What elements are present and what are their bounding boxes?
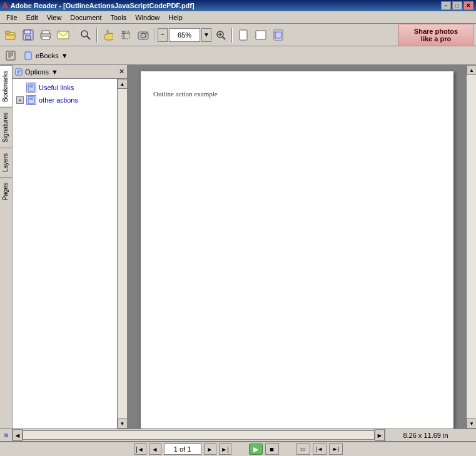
svg-rect-7 [42, 31, 49, 34]
snapshot-button[interactable] [135, 27, 151, 43]
page-number-input[interactable] [164, 443, 201, 455]
window-title: Adobe Reader - [OutlineActionsJavaScript… [11, 2, 195, 9]
scroll-track[interactable] [467, 75, 476, 418]
panel-resize-handle[interactable] [0, 429, 13, 441]
svg-rect-5 [26, 36, 31, 39]
play-button[interactable]: ▶ [249, 443, 263, 455]
svg-rect-12 [122, 31, 129, 39]
panel-close-button[interactable]: ✕ [119, 68, 124, 76]
print-button[interactable] [38, 27, 54, 43]
ebook-dropdown-button[interactable]: eBooks ▼ [20, 49, 73, 62]
separator-4 [231, 28, 233, 43]
bookmark-other-actions-label: other actions [39, 96, 78, 104]
view-single-button[interactable]: ▭ [296, 443, 310, 455]
title-bar-controls: − □ ✕ [441, 1, 473, 10]
menu-help[interactable]: Help [165, 13, 186, 23]
close-button[interactable]: ✕ [463, 1, 473, 10]
share-photos-banner[interactable]: Share photos like a pro [398, 24, 473, 46]
svg-point-17 [146, 33, 147, 34]
svg-rect-0 [5, 33, 15, 39]
svg-rect-8 [42, 36, 49, 39]
last-page-button[interactable]: ►| [219, 443, 231, 455]
resize-icon [4, 433, 9, 438]
h-scroll-left-button[interactable]: ◄ [13, 429, 23, 441]
h-scroll-track[interactable] [23, 430, 375, 440]
expand-icon[interactable]: + [16, 96, 24, 104]
tab-pages[interactable]: Pages [0, 177, 12, 205]
nav-next-page-button[interactable]: ►| [329, 443, 343, 455]
zoom-input[interactable]: 65% [169, 28, 200, 42]
stop-button[interactable]: ■ [265, 443, 279, 455]
svg-rect-38 [28, 96, 34, 104]
menu-window[interactable]: Window [131, 13, 163, 23]
bookmark-useful-links-label: Useful links [39, 84, 74, 91]
menu-view[interactable]: View [43, 13, 66, 23]
pdf-content-text: Outline action example [153, 90, 218, 98]
toolbar-secondary: eBooks ▼ [0, 46, 476, 65]
status-bar: |◄ ◄ ► ►| ▶ ■ ▭ |◄ ►| [0, 441, 476, 456]
pdf-page: Outline action example [141, 71, 453, 428]
panel-header: Options ▼ ✕ [13, 65, 127, 79]
menu-tools[interactable]: Tools [107, 13, 131, 23]
minimize-button[interactable]: − [441, 1, 451, 10]
svg-rect-25 [275, 32, 281, 38]
open-button[interactable] [3, 27, 19, 43]
bookmark-other-actions-icon [26, 95, 36, 105]
main-area: Bookmarks Signatures Layers Pages Option… [0, 65, 476, 428]
page-size-label: 8.26 x 11.69 in [385, 429, 466, 441]
menu-edit[interactable]: Edit [23, 13, 42, 23]
svg-rect-41 [4, 433, 8, 437]
tab-bookmarks[interactable]: Bookmarks [0, 65, 12, 107]
h-scroll-right-button[interactable]: ► [375, 429, 385, 441]
pdf-scroll-area[interactable]: Outline action example [128, 65, 466, 428]
svg-line-21 [223, 37, 225, 39]
select-tool-button[interactable] [118, 27, 134, 43]
fit-page-button[interactable] [235, 27, 251, 43]
share-photos-line1: Share photos [414, 28, 458, 35]
search-button[interactable] [78, 27, 94, 43]
panel-dropdown-icon[interactable]: ▼ [51, 68, 58, 76]
prev-page-button[interactable]: ◄ [149, 443, 161, 455]
panel-scrollbar: ▲ ▼ [117, 79, 127, 428]
svg-rect-1 [5, 31, 10, 33]
svg-line-11 [87, 36, 90, 39]
tab-signatures[interactable]: Signatures [0, 107, 12, 148]
nav-prev-page-button[interactable]: |◄ [313, 443, 327, 455]
zoom-in-button[interactable]: ▼ [201, 28, 211, 42]
menu-file[interactable]: File [3, 13, 21, 23]
pdf-view-area: ▲ ▼ Outline action example [128, 65, 476, 428]
panel-scroll-down-button[interactable]: ▼ [118, 418, 128, 428]
panel-items-list: Useful links + other actions [13, 79, 117, 428]
zoom-out-button[interactable]: − [158, 28, 168, 42]
svg-rect-30 [25, 52, 31, 59]
vertical-scrollbar[interactable]: ▲ ▼ [466, 65, 476, 428]
bookmark-useful-links-icon [26, 83, 36, 93]
menu-document[interactable]: Document [66, 13, 105, 23]
hand-tool-button[interactable] [100, 27, 116, 43]
scroll-up-button[interactable]: ▲ [467, 65, 476, 75]
first-page-button[interactable]: |◄ [134, 443, 146, 455]
title-bar-left: A Adobe Reader - [OutlineActionsJavaScri… [3, 1, 195, 10]
bookmark-other-actions[interactable]: + other actions [15, 94, 114, 106]
email-button[interactable] [55, 27, 71, 43]
maximize-button[interactable]: □ [452, 1, 462, 10]
panel-scroll-track[interactable] [118, 89, 127, 418]
svg-rect-4 [24, 30, 31, 34]
fit-width-button[interactable] [253, 27, 269, 43]
next-page-button[interactable]: ► [204, 443, 216, 455]
scroll-down-button[interactable]: ▼ [467, 418, 476, 428]
bottom-scrollbar: ◄ ► 8.26 x 11.69 in [0, 428, 476, 441]
fit-visible-button[interactable] [270, 27, 286, 43]
bookmarks-panel: Options ▼ ✕ Useful links + [13, 65, 128, 428]
panel-scroll-up-button[interactable]: ▲ [118, 79, 128, 89]
ebook-chevron-icon: ▼ [61, 52, 68, 59]
tab-layers[interactable]: Layers [0, 148, 12, 177]
svg-point-10 [81, 31, 88, 37]
bookmark-useful-links[interactable]: Useful links [15, 81, 114, 94]
zoom-plus-button[interactable] [213, 27, 229, 43]
separator-2 [96, 28, 98, 43]
save-button[interactable] [20, 27, 36, 43]
panel-icon [15, 68, 23, 76]
svg-rect-26 [6, 51, 15, 60]
toolbar2-btn1[interactable] [3, 48, 19, 64]
